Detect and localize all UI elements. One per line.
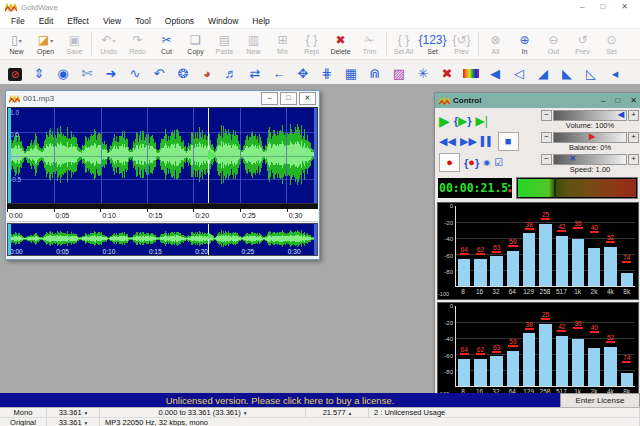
balance-slider[interactable]: ▶ bbox=[553, 132, 627, 143]
toolbar-open-button[interactable]: ◪▾Open bbox=[31, 29, 60, 59]
tool-pipe-organ-button[interactable]: ⋒ bbox=[363, 64, 387, 82]
minimize-button[interactable]: – bbox=[261, 92, 278, 105]
tool-marker-corner-button[interactable]: ◺ bbox=[579, 64, 603, 82]
volume-slider-thumb[interactable]: ◀ bbox=[618, 110, 624, 120]
selection-end-marker[interactable] bbox=[314, 108, 317, 203]
status-usage[interactable]: 2 : Unlicensed Usage bbox=[369, 408, 640, 417]
monitor-button[interactable]: ◉ bbox=[483, 159, 490, 167]
record-selection-button[interactable]: {●} bbox=[464, 157, 479, 169]
menu-view[interactable]: View bbox=[96, 16, 128, 26]
play-button[interactable]: ▶ bbox=[439, 114, 450, 128]
toolbar-new-button[interactable]: ▯▾New bbox=[2, 29, 31, 59]
selection-start-marker[interactable] bbox=[8, 108, 11, 203]
close-button[interactable]: ✕ bbox=[299, 92, 316, 105]
status-original-length[interactable]: 33.361▾ bbox=[47, 418, 100, 426]
monitor-checkbox-button[interactable]: ☑ bbox=[494, 158, 503, 168]
balance-increase-button[interactable]: + bbox=[628, 132, 639, 143]
tool-arrow-left-button[interactable]: ← bbox=[267, 64, 291, 82]
tool-effect-gear-button[interactable]: ❂ bbox=[171, 64, 195, 82]
enter-license-button[interactable]: Enter License bbox=[560, 393, 640, 408]
tool-spectrum-grid-button[interactable]: ▨ bbox=[387, 64, 411, 82]
toolbar-save-button[interactable]: ▣Save bbox=[60, 29, 89, 59]
playback-marker[interactable] bbox=[208, 224, 209, 255]
balance-decrease-button[interactable]: − bbox=[541, 132, 552, 143]
menu-help[interactable]: Help bbox=[245, 16, 276, 26]
menu-window[interactable]: Window bbox=[201, 16, 245, 26]
toolbar-undo-button[interactable]: ↶▾Undo bbox=[94, 29, 123, 59]
dropdown-arrow-icon[interactable]: ▴ bbox=[349, 410, 352, 416]
toolbar-copy-button[interactable]: ❏Copy bbox=[181, 29, 210, 59]
volume-increase-button[interactable]: + bbox=[628, 110, 639, 121]
status-selection[interactable]: 0.000 to 33.361 (33.361)▾ bbox=[100, 408, 306, 417]
toolbar-trim-button[interactable]: ✁Trim bbox=[355, 29, 384, 59]
status-position[interactable]: 21.577▴ bbox=[306, 408, 369, 417]
toolbar-delete-button[interactable]: ✖Delete bbox=[326, 29, 355, 59]
tool-fade-out-button[interactable]: ◣ bbox=[555, 64, 579, 82]
tool-goto-arrow-button[interactable]: ➜ bbox=[99, 64, 123, 82]
toolbar-cut-button[interactable]: ✂Cut bbox=[152, 29, 181, 59]
tool-cue-points-button[interactable]: ✄ bbox=[75, 64, 99, 82]
balance-slider-thumb[interactable]: ▶ bbox=[589, 132, 595, 142]
status-channel[interactable]: Mono bbox=[0, 408, 47, 417]
volume-decrease-button[interactable]: − bbox=[541, 110, 552, 121]
dropdown-arrow-icon[interactable]: ▾ bbox=[50, 37, 53, 44]
control-window-titlebar[interactable]: Control – □ ✕ bbox=[435, 93, 640, 108]
time-display[interactable]: 00:00:21.5 ▶■ bbox=[438, 178, 512, 198]
tool-noise-spark-button[interactable]: ✳ bbox=[411, 64, 435, 82]
dropdown-arrow-icon[interactable]: ▾ bbox=[85, 420, 88, 426]
tool-device-sphere-button[interactable]: ◉ bbox=[51, 64, 75, 82]
record-button[interactable]: ● bbox=[439, 153, 460, 172]
tool-effect-wave-button[interactable]: ∿ bbox=[123, 64, 147, 82]
close-button[interactable]: ✕ bbox=[630, 96, 637, 105]
tool-maximize-vertical-button[interactable]: ⇕ bbox=[27, 64, 51, 82]
tool-equalizer-faders-button[interactable]: ⋕ bbox=[315, 64, 339, 82]
toolbar-paste-button[interactable]: ▤Paste bbox=[210, 29, 239, 59]
play-from-marker-button[interactable]: ▶| bbox=[476, 115, 488, 127]
minimize-button[interactable]: – bbox=[601, 96, 605, 105]
volume-slider[interactable]: ◀ bbox=[553, 110, 627, 121]
toolbar-set-button[interactable]: {123}Set bbox=[418, 29, 447, 59]
pause-button[interactable]: ▌▌ bbox=[481, 137, 494, 146]
toolbar-prev-button[interactable]: ↺Prev bbox=[568, 29, 597, 59]
overview-strip[interactable]: 0:000:050:100:150:200:250:30 bbox=[7, 223, 318, 256]
tool-speaker-shape-button[interactable]: ◁ bbox=[507, 64, 531, 82]
status-original[interactable]: Original bbox=[0, 418, 47, 426]
toolbar-out-button[interactable]: ⊖Out bbox=[539, 29, 568, 59]
dropdown-arrow-icon[interactable]: ▾ bbox=[19, 37, 22, 44]
speed-slider-thumb[interactable]: ✕ bbox=[569, 154, 576, 164]
toolbar-sel-all-button[interactable]: { }Sel All bbox=[389, 29, 418, 59]
play-selection-button[interactable]: {▶} bbox=[454, 115, 472, 127]
speed-slider[interactable]: ✕ bbox=[553, 154, 627, 165]
maximize-button[interactable]: □ bbox=[600, 0, 605, 14]
tool-disc-stack-button[interactable]: ▦ bbox=[339, 64, 363, 82]
waveform-view[interactable]: 1.00.50.0-0.5 bbox=[7, 107, 318, 204]
sound-window-titlebar[interactable]: 001.mp3 – □ ✕ bbox=[6, 91, 319, 106]
fast-forward-button[interactable]: ▶▶ bbox=[460, 136, 477, 147]
time-axis[interactable]: 0:000:050:100:150:200:250:30 bbox=[7, 209, 318, 222]
tool-fade-in-button[interactable]: ◢ bbox=[531, 64, 555, 82]
maximize-button[interactable]: □ bbox=[280, 92, 297, 105]
toolbar-all-button[interactable]: ⊗All bbox=[481, 29, 510, 59]
tool-speaker-left-button[interactable]: ◀ bbox=[483, 64, 507, 82]
tool-edge-arrow-button[interactable]: ◂ bbox=[603, 64, 627, 82]
dropdown-arrow-icon[interactable]: ▾ bbox=[244, 410, 247, 416]
rewind-button[interactable]: ◀◀ bbox=[439, 136, 456, 147]
status-length[interactable]: 33.361▾ bbox=[47, 408, 100, 417]
selection-end-marker[interactable] bbox=[314, 224, 317, 255]
maximize-button[interactable]: □ bbox=[615, 96, 620, 105]
speed-increase-button[interactable]: + bbox=[628, 154, 639, 165]
stop-button[interactable]: ■ bbox=[498, 132, 519, 151]
toolbar-in-button[interactable]: ⊕In bbox=[510, 29, 539, 59]
minimize-button[interactable]: – bbox=[580, 0, 584, 14]
menu-options[interactable]: Options bbox=[158, 16, 201, 26]
tool-color-orb-button[interactable]: ◕ bbox=[195, 64, 219, 82]
status-format[interactable]: MP3 22050 Hz, 32 kbps, mono bbox=[100, 418, 640, 426]
toolbar-prev-button[interactable]: {↺}Prev bbox=[447, 29, 476, 59]
toolbar-redo-button[interactable]: ↷Redo bbox=[123, 29, 152, 59]
app-titlebar[interactable]: GoldWave – □ ✕ bbox=[0, 0, 640, 14]
menu-file[interactable]: File bbox=[4, 16, 32, 26]
dropdown-arrow-icon[interactable]: ▾ bbox=[113, 37, 116, 44]
toolbar-mix-button[interactable]: ⊞Mix bbox=[268, 29, 297, 59]
menu-edit[interactable]: Edit bbox=[32, 16, 61, 26]
tool-notation-button[interactable]: ♬ bbox=[219, 64, 243, 82]
